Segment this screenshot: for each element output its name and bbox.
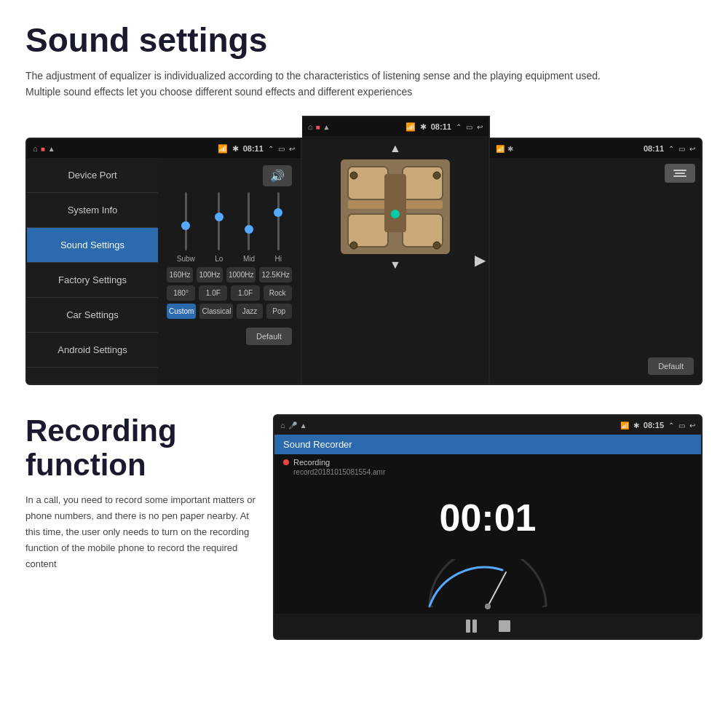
- preset-pop[interactable]: Pop: [266, 304, 292, 319]
- freq-100hz[interactable]: 100Hz: [197, 267, 223, 282]
- svg-point-12: [391, 210, 400, 218]
- recorder-app-title: Sound Recorder: [283, 439, 352, 450]
- android-status-bar-center: ⌂ ■ ▲ 📶 ✱ 08:11 ⌃ ▭ ↩: [302, 117, 488, 136]
- svg-point-10: [350, 242, 357, 249]
- wifi-icon-c: 📶: [405, 122, 416, 132]
- alert-icon: ■: [41, 145, 45, 153]
- screen-center: ⌂ ■ ▲ 📶 ✱ 08:11 ⌃ ▭ ↩ ▲: [302, 116, 490, 385]
- page-description: The adjustment of equalizer is individua…: [25, 68, 622, 100]
- freq-1000hz[interactable]: 1000Hz: [226, 267, 256, 282]
- recording-filename: record20181015081554.amr: [293, 468, 692, 476]
- svg-point-11: [433, 242, 440, 249]
- window-icon: ▭: [278, 145, 285, 153]
- recording-description: In a call, you need to record some impor…: [25, 492, 258, 572]
- sound-screens-container: ⌂ ■ ▲ 📶 ✱ 08:11 ⌃ ▭ ↩ Device Port System…: [25, 116, 703, 385]
- window-icon-rec: ▭: [678, 422, 685, 430]
- svg-point-14: [485, 604, 491, 609]
- wifi-icon-rec: 📶: [620, 422, 629, 430]
- recording-text-area: Recording function In a call, you need t…: [25, 414, 273, 572]
- back-icon: ↩: [289, 145, 295, 153]
- car-nav-up-button[interactable]: ▲: [389, 142, 401, 155]
- status-time-left: 08:11: [243, 144, 264, 153]
- expand-icon: ⌃: [268, 145, 274, 153]
- wifi-icon-left: 📶: [218, 144, 228, 154]
- nav-sidebar: Device Port System Info Sound Settings F…: [27, 158, 158, 384]
- bt-icon-c: ✱: [420, 122, 427, 132]
- val-rock[interactable]: Rock: [264, 285, 292, 301]
- sidebar-item-system-info[interactable]: System Info: [27, 193, 158, 228]
- lo-label: Lo: [215, 255, 223, 263]
- screen-left: ⌂ ■ ▲ 📶 ✱ 08:11 ⌃ ▭ ↩ Device Port System…: [25, 138, 302, 385]
- eq-phase-row: 180° 1.0F 1.0F Rock: [167, 285, 292, 301]
- hi-thumb[interactable]: [274, 208, 282, 217]
- preset-custom[interactable]: Custom: [167, 304, 196, 319]
- sidebar-item-device-port[interactable]: Device Port: [27, 158, 158, 193]
- mid-label: Mid: [243, 255, 255, 263]
- signal-icon-c: ▲: [323, 123, 331, 131]
- signal-icon-rec: ▲: [300, 422, 307, 430]
- page-title: Sound settings: [25, 22, 703, 59]
- eq-default-button[interactable]: Default: [246, 328, 292, 345]
- hi-label: Hi: [275, 255, 282, 263]
- car-seat-svg: [341, 159, 450, 254]
- car-nav-down-button[interactable]: ▼: [389, 258, 401, 272]
- mid-thumb[interactable]: [245, 225, 253, 234]
- val-1f-1[interactable]: 1.0F: [199, 285, 227, 301]
- subw-label: Subw: [177, 255, 195, 263]
- subw-track[interactable]: [185, 192, 187, 250]
- sidebar-item-sound-settings[interactable]: Sound Settings: [27, 228, 158, 263]
- lo-thumb[interactable]: [215, 213, 223, 221]
- recording-indicator: Recording: [283, 458, 692, 467]
- recording-dot: [283, 459, 289, 465]
- recording-title: Recording function: [25, 414, 258, 481]
- preset-jazz[interactable]: Jazz: [237, 304, 262, 319]
- bt-icon-r2: ✱: [507, 145, 513, 153]
- eq-line-3: [673, 175, 687, 177]
- home-icon: ⌂: [33, 144, 38, 153]
- recorder-screen: ⌂ 🎤 ▲ 📶 ✱ 08:15 ⌃ ▭ ↩ Sound Recorder Rec…: [273, 414, 703, 640]
- sidebar-item-car-settings[interactable]: Car Settings: [27, 298, 158, 333]
- pause-button[interactable]: [466, 620, 477, 633]
- right-default-button[interactable]: Default: [648, 357, 694, 375]
- recorder-controls: [274, 614, 701, 638]
- svg-point-9: [433, 172, 440, 179]
- signal-icon: ▲: [48, 145, 55, 153]
- eq-line-2: [675, 173, 685, 174]
- back-icon-rec: ↩: [689, 422, 695, 430]
- status-time-center: 08:11: [431, 122, 451, 131]
- eq-slider-mid: Mid: [243, 192, 255, 263]
- eq-slider-hi: Hi: [275, 192, 282, 263]
- stop-button[interactable]: [499, 620, 510, 632]
- eq-icon-button[interactable]: [665, 164, 695, 183]
- recorder-status-bar: ⌂ 🎤 ▲ 📶 ✱ 08:15 ⌃ ▭ ↩: [274, 416, 701, 435]
- back-icon-c: ↩: [477, 123, 483, 131]
- svg-rect-2: [348, 200, 388, 209]
- window-icon-c: ▭: [466, 123, 472, 131]
- recorder-status: Recording record20181015081554.amr: [274, 454, 701, 480]
- eq-slider-subw: Subw: [177, 192, 195, 263]
- sidebar-item-android-settings[interactable]: Android Settings: [27, 333, 158, 368]
- freq-12khz[interactable]: 12.5KHz: [259, 267, 291, 282]
- lo-track[interactable]: [218, 192, 220, 250]
- alert-icon-c: ■: [315, 123, 320, 131]
- mid-track[interactable]: [248, 192, 250, 250]
- eq-line-1: [673, 170, 687, 171]
- subw-thumb[interactable]: [181, 221, 190, 230]
- phase-180[interactable]: 180°: [167, 285, 195, 301]
- eq-slider-lo: Lo: [215, 192, 223, 263]
- recorder-gauge-area: [274, 555, 701, 614]
- gauge-svg: [415, 559, 561, 610]
- eq-preset-row: Custom Classical Jazz Pop: [167, 304, 292, 319]
- freq-160hz[interactable]: 160Hz: [167, 267, 193, 282]
- eq-top: 🔊: [167, 165, 292, 186]
- preset-classical[interactable]: Classical: [199, 304, 233, 319]
- mute-button[interactable]: 🔊: [263, 165, 292, 186]
- hi-track[interactable]: [277, 192, 280, 250]
- recording-status-text: Recording: [293, 458, 330, 467]
- sidebar-item-factory-settings[interactable]: Factory Settings: [27, 263, 158, 298]
- car-nav-right-button[interactable]: ▶: [475, 251, 486, 269]
- val-1f-2[interactable]: 1.0F: [231, 285, 259, 301]
- eq-sliders: Subw Lo Mid: [167, 190, 292, 263]
- car-seat-image: [341, 159, 450, 254]
- home-icon-c: ⌂: [308, 122, 313, 131]
